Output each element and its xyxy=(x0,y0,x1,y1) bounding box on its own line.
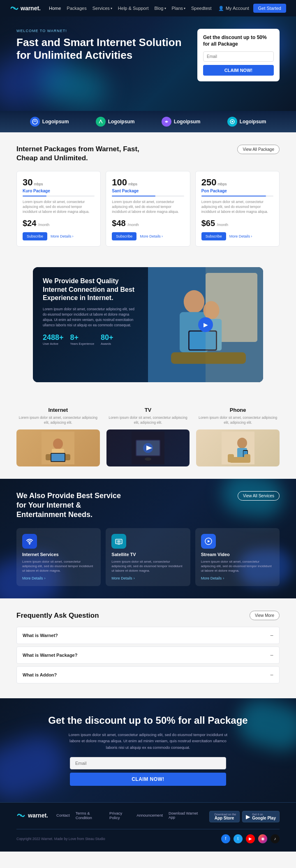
logo-item-4: Logoipsum xyxy=(227,117,266,127)
details-button-1[interactable]: More Details › xyxy=(51,234,74,238)
hero-claim-button[interactable]: CLAIM NOW! xyxy=(203,65,274,76)
arrow-icon-2: › xyxy=(134,576,135,580)
nav-speedtest[interactable]: Speedtest xyxy=(191,6,212,11)
nav-blog[interactable]: Blog ▾ xyxy=(154,6,166,11)
brand-logo[interactable]: warnet. xyxy=(10,4,41,13)
nav-packages[interactable]: Packages xyxy=(67,6,86,11)
my-account-link[interactable]: 👤 My Account xyxy=(218,6,249,11)
svg-rect-32 xyxy=(228,454,234,462)
footer-main: warnet. Contact Terms & Condition Privac… xyxy=(16,811,280,822)
logo-item-1: Logoipsum xyxy=(30,117,69,127)
more-details-tv-button[interactable]: More Details › xyxy=(111,576,135,580)
entertainment-cards: Internet Services Lorem ipsum dolor sit … xyxy=(16,528,280,586)
faq-question-1: What is Warnet? xyxy=(23,633,58,638)
social-instagram[interactable]: ◉ xyxy=(258,834,267,843)
stat-num-awards: 80+ xyxy=(101,333,113,342)
price-period-1: /month xyxy=(38,223,50,227)
quality-right: ▶ xyxy=(148,267,263,382)
hero-discount-card: Get the discount up to 50% for all Packa… xyxy=(197,29,280,81)
speed-bar-fill-1 xyxy=(23,196,46,196)
play-button[interactable]: ▶ xyxy=(198,317,213,332)
social-tiktok[interactable]: ♪ xyxy=(271,834,280,843)
service-card-internet: Internet Lorem ipsum dolor sit amet, con… xyxy=(16,407,100,466)
subscribe-button-3[interactable]: Subscribe xyxy=(201,232,226,240)
get-started-button[interactable]: Get Started xyxy=(253,4,286,13)
speed-unit-3: mbps xyxy=(217,182,227,186)
view-all-packages-button[interactable]: View All Package xyxy=(237,145,280,154)
footer-link-privacy[interactable]: Privacy Policy xyxy=(109,811,131,820)
hero-email-input[interactable] xyxy=(203,51,274,62)
logo-item-2: Logoipsum xyxy=(96,117,135,127)
faq-item-3[interactable]: What is Addon? − xyxy=(16,666,280,683)
faq-chevron-2: − xyxy=(270,652,273,658)
faq-section: Frequently Ask Question View More What i… xyxy=(0,598,296,698)
discount-claim-button[interactable]: CLAIM NOW! xyxy=(70,773,226,786)
social-youtube[interactable]: ▶ xyxy=(246,834,255,843)
app-store-badge[interactable]: Download on the App Store xyxy=(209,811,240,822)
package-card-kuro: 30 mbps Kuro Package Lorem ipsum dolor s… xyxy=(16,171,101,247)
subscribe-button-1[interactable]: Subscribe xyxy=(23,232,47,240)
more-details-stream-button[interactable]: More Details › xyxy=(201,576,224,580)
hero-left: WELCOME TO WARNET! Fast and Smart Intern… xyxy=(16,29,189,81)
service-desc-phone: Lorem ipsum dolor sit amet, consectetur … xyxy=(196,416,280,425)
social-twitter[interactable]: t xyxy=(234,834,243,843)
service-categories-section: Internet Lorem ipsum dolor sit amet, con… xyxy=(0,399,296,479)
faq-question-3: What is Addon? xyxy=(23,672,57,677)
packages-grid: 30 mbps Kuro Package Lorem ipsum dolor s… xyxy=(16,171,280,247)
speed-unit-2: mbps xyxy=(128,182,137,186)
package-speed-1: 30 mbps xyxy=(23,177,95,188)
service-title-tv: TV xyxy=(106,407,190,413)
svg-point-0 xyxy=(13,7,16,9)
faq-question-2: What is Warnet Package? xyxy=(23,653,77,658)
price-period-3: /month xyxy=(217,223,228,227)
service-title-phone: Phone xyxy=(196,407,280,413)
faq-chevron-3: − xyxy=(270,672,273,678)
package-name-2: Sant Package xyxy=(112,189,184,193)
footer-link-contact[interactable]: Contact xyxy=(56,813,70,817)
ent-card-title-stream: Stream Video xyxy=(201,552,274,557)
discount-title: Get the discount up to 50% for all Packa… xyxy=(16,715,280,727)
stream-play-icon xyxy=(201,534,216,549)
nav-services[interactable]: Services ▾ xyxy=(92,6,112,11)
faq-item-1[interactable]: What is Warnet? − xyxy=(16,627,280,644)
faq-view-more-button[interactable]: View More xyxy=(250,611,280,620)
stat-users: 2488+ User Active xyxy=(43,333,64,346)
nav-help[interactable]: Help & Support xyxy=(118,6,149,11)
entertainment-title: We Also Provide Best Service for Your In… xyxy=(16,491,132,520)
nav-plans[interactable]: Plans ▾ xyxy=(172,6,186,11)
details-button-3[interactable]: More Details › xyxy=(229,234,252,238)
tv-icon xyxy=(111,534,126,549)
subscribe-button-2[interactable]: Subscribe xyxy=(112,232,136,240)
wifi-icon xyxy=(22,534,37,549)
footer-logo-icon xyxy=(16,811,25,820)
social-facebook[interactable]: f xyxy=(221,834,230,843)
discount-email-input[interactable] xyxy=(70,757,226,769)
view-all-services-button[interactable]: View All Services xyxy=(238,491,280,501)
package-actions-1: Subscribe More Details › xyxy=(23,232,95,240)
google-play-badge[interactable]: ▶ Get it on Google Play xyxy=(242,811,280,822)
footer-link-terms[interactable]: Terms & Condition xyxy=(76,811,104,820)
faq-item-2[interactable]: What is Warnet Package? − xyxy=(16,646,280,664)
speed-bar-3 xyxy=(201,196,273,196)
speed-num-1: 30 xyxy=(23,177,32,188)
nav-home[interactable]: Home xyxy=(49,6,61,11)
package-card-pon: 250 mbps Pon Package Lorem ipsum dolor s… xyxy=(195,171,280,247)
footer-link-announcement[interactable]: Announcement xyxy=(136,813,163,817)
svg-point-3 xyxy=(231,121,233,122)
details-button-2[interactable]: More Details › xyxy=(140,234,163,238)
svg-point-1 xyxy=(32,119,37,124)
logo-circle-3 xyxy=(162,117,171,127)
discount-section: Get the discount up to 50% for all Packa… xyxy=(0,698,296,802)
package-desc-1: Lorem ipsum dolor sit amet, consectetur … xyxy=(23,200,95,215)
footer: warnet. Contact Terms & Condition Privac… xyxy=(0,802,296,852)
quality-wrapper: We Provide Best Quality Internet Connect… xyxy=(0,267,296,399)
package-price-1: $24 /month xyxy=(23,219,95,228)
footer-logo: warnet. xyxy=(16,811,48,820)
discount-desc: Lorem ipsum dolor sit amet, consectetur … xyxy=(66,732,230,750)
hero-content: WELCOME TO WARNET! Fast and Smart Intern… xyxy=(16,29,280,81)
quality-section: We Provide Best Quality Internet Connect… xyxy=(33,267,263,382)
service-desc-tv: Lorem ipsum dolor sit amet, consectetur … xyxy=(106,416,190,425)
more-details-internet-button[interactable]: More Details › xyxy=(22,576,46,580)
nav-right: 👤 My Account Get Started xyxy=(218,4,286,13)
disc-blob-1 xyxy=(0,728,72,802)
